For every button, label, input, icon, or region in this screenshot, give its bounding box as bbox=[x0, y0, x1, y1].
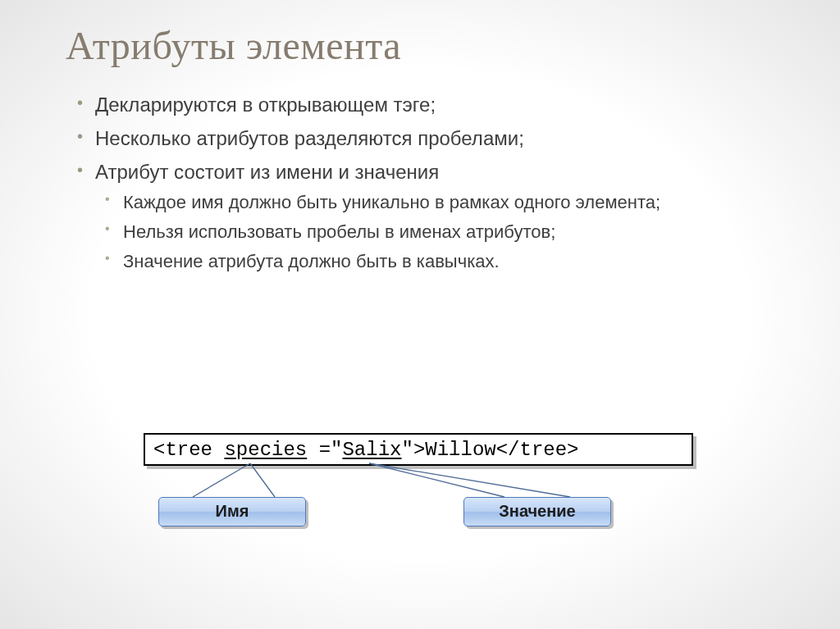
bullet-item: Атрибут состоит из имени и значения Кажд… bbox=[95, 158, 774, 275]
label-name: Имя bbox=[158, 497, 306, 526]
label-value: Значение bbox=[463, 497, 611, 526]
code-open-tag: <tree bbox=[153, 439, 224, 461]
sub-bullet-item: Значение атрибута должно быть в кавычках… bbox=[123, 248, 774, 275]
slide-title: Атрибуты элемента bbox=[66, 23, 774, 68]
svg-line-2 bbox=[369, 463, 504, 497]
bullet-item: Несколько атрибутов разделяются пробелам… bbox=[95, 125, 774, 153]
code-after: ">Willow</tree> bbox=[401, 439, 578, 461]
code-attr-value: Salix bbox=[342, 439, 401, 461]
slide: Атрибуты элемента Декларируются в открыв… bbox=[0, 0, 840, 629]
bullet-item: Декларируются в открывающем тэге; bbox=[95, 91, 774, 120]
code-equals: =" bbox=[307, 439, 342, 461]
svg-line-0 bbox=[193, 463, 250, 497]
sub-bullet-item: Каждое имя должно быть уникально в рамка… bbox=[123, 189, 774, 216]
sub-bullet-item: Нельзя использовать пробелы в именах атр… bbox=[123, 219, 774, 245]
code-attr-name: species bbox=[224, 439, 307, 461]
sub-bullet-list: Каждое имя должно быть уникально в рамка… bbox=[95, 189, 774, 275]
bullet-item-text: Атрибут состоит из имени и значения bbox=[95, 161, 439, 183]
svg-line-1 bbox=[250, 463, 275, 497]
code-example: <tree species ="Salix">Willow</tree> bbox=[144, 433, 693, 466]
code-box: <tree species ="Salix">Willow</tree> bbox=[144, 433, 693, 466]
svg-line-3 bbox=[369, 463, 570, 497]
bullet-list: Декларируются в открывающем тэге; Нескол… bbox=[66, 91, 774, 275]
